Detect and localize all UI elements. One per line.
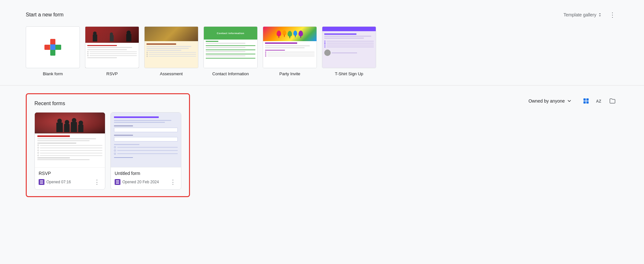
untitled-card-footer: Untitled form <box>111 167 181 189</box>
bottom-content: Recent forms <box>26 93 618 197</box>
untitled-card-meta: Opened 20 Feb 2024 ⋮ <box>115 178 177 186</box>
assessment-label: Assessment <box>160 71 183 76</box>
svg-rect-1 <box>586 98 589 101</box>
tshirt-header-bar <box>322 27 376 31</box>
more-vert-icon: ⋮ <box>609 11 616 19</box>
page-wrapper: Start a new form Template gallery ⋮ <box>0 0 644 205</box>
owned-by-label: Owned by anyone <box>528 98 565 104</box>
start-new-form-title: Start a new form <box>26 12 63 18</box>
party-invite-label: Party Invite <box>279 71 300 76</box>
rsvp-card-meta: Opened 07:16 ⋮ <box>39 178 101 186</box>
folder-icon <box>609 98 616 104</box>
grid-icon <box>583 98 589 104</box>
assessment-thumbnail <box>144 26 198 68</box>
svg-rect-2 <box>583 101 586 104</box>
top-header: Start a new form Template gallery ⋮ <box>26 9 618 21</box>
recent-card-rsvp[interactable]: RSVP <box>34 112 105 190</box>
bottom-section: Recent forms <box>0 86 644 205</box>
contact-body-area <box>204 40 257 68</box>
assessment-photo-area <box>145 27 198 41</box>
untitled-thumb-body <box>111 113 181 167</box>
rsvp-form-icon <box>39 179 44 185</box>
template-card-tshirt-signup[interactable]: T-Shirt Sign Up <box>322 26 376 76</box>
recent-section: Recent forms <box>26 93 190 197</box>
rsvp-thumbnail <box>85 26 139 68</box>
right-controls: Owned by anyone <box>525 93 618 106</box>
untitled-card-title: Untitled form <box>115 171 177 176</box>
tshirt-signup-thumbnail <box>322 26 376 68</box>
recent-forms-title: Recent forms <box>34 101 181 106</box>
untitled-card-date: Opened 20 Feb 2024 <box>122 180 159 184</box>
party-photo-area <box>263 27 317 41</box>
rsvp-photo-area <box>85 27 139 43</box>
template-gallery-label: Template gallery <box>564 12 596 17</box>
party-body-area <box>263 41 317 59</box>
svg-rect-3 <box>586 101 589 104</box>
owned-by-button[interactable]: Owned by anyone <box>525 96 575 105</box>
more-vert-icon-rsvp: ⋮ <box>94 178 100 186</box>
untitled-name-section <box>114 125 178 132</box>
party-invite-thumbnail <box>263 26 317 68</box>
chevron-updown-icon <box>598 13 601 17</box>
untitled-card-more-button[interactable]: ⋮ <box>169 178 177 186</box>
untitled-top-bar <box>114 116 159 118</box>
contact-info-thumbnail: Contact information <box>204 26 258 68</box>
template-cards-container: Blank form <box>26 26 618 76</box>
untitled-card-meta-left: Opened 20 Feb 2024 <box>115 179 159 185</box>
blank-form-thumbnail <box>26 26 80 68</box>
blank-form-label: Blank form <box>43 71 63 76</box>
contact-header-area: Contact information <box>204 27 257 40</box>
untitled-form-icon <box>115 179 120 185</box>
tshirt-body-area <box>322 31 376 57</box>
chevron-down-icon <box>567 98 572 104</box>
template-card-contact-info[interactable]: Contact information <box>204 26 258 76</box>
rsvp-card-meta-left: Opened 07:16 <box>39 179 71 185</box>
rsvp-card-title: RSVP <box>39 171 101 176</box>
template-card-assessment[interactable]: Assessment <box>144 26 198 76</box>
rsvp-recent-photo <box>35 113 105 133</box>
rsvp-recent-thumbnail <box>35 113 105 167</box>
template-card-blank[interactable]: Blank form <box>26 26 80 76</box>
view-toggle: AZ <box>580 96 618 106</box>
grid-view-button[interactable] <box>580 96 592 106</box>
top-section: Start a new form Template gallery ⋮ <box>0 0 644 86</box>
untitled-address-section <box>114 135 178 141</box>
more-vert-icon-untitled: ⋮ <box>170 178 176 186</box>
svg-text:AZ: AZ <box>596 99 601 104</box>
sort-alpha-icon: AZ <box>596 98 603 104</box>
tshirt-signup-label: T-Shirt Sign Up <box>335 71 363 76</box>
people-silhouette <box>35 113 105 133</box>
svg-rect-0 <box>583 98 586 101</box>
sort-alpha-button[interactable]: AZ <box>593 96 605 106</box>
folder-view-button[interactable] <box>607 96 618 106</box>
recent-card-untitled[interactable]: Untitled form <box>110 112 181 190</box>
template-card-party-invite[interactable]: Party Invite <box>263 26 317 76</box>
assessment-body-area <box>145 41 198 68</box>
template-card-rsvp[interactable]: RSVP <box>85 26 139 76</box>
rsvp-card-date: Opened 07:16 <box>46 180 71 184</box>
untitled-recent-thumbnail <box>111 113 181 167</box>
recent-cards-container: RSVP <box>34 112 181 190</box>
more-options-button[interactable]: ⋮ <box>607 9 618 21</box>
rsvp-card-more-button[interactable]: ⋮ <box>93 178 101 186</box>
top-header-actions: Template gallery ⋮ <box>561 9 618 21</box>
rsvp-label: RSVP <box>106 71 118 76</box>
rsvp-recent-body <box>35 133 105 167</box>
template-gallery-button[interactable]: Template gallery <box>561 10 604 19</box>
rsvp-body-area <box>85 43 139 68</box>
untitled-radio-group <box>114 144 178 155</box>
google-plus-icon <box>44 39 61 56</box>
rsvp-card-footer: RSVP <box>35 167 105 189</box>
contact-info-label: Contact Information <box>212 71 249 76</box>
